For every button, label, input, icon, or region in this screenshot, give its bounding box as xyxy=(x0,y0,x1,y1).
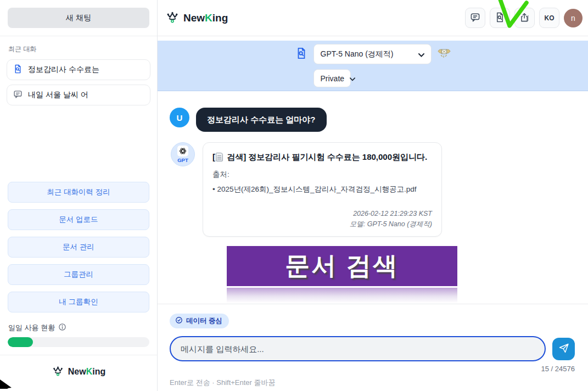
chat-bubble-icon xyxy=(470,12,480,24)
brand-logo: NewKing xyxy=(165,10,228,26)
language-toggle-button[interactable]: KO xyxy=(539,8,559,28)
document-search-icon xyxy=(495,12,505,24)
organize-history-button[interactable]: 최근 대화이력 정리 xyxy=(8,182,149,203)
assistant-answer: [ 검색] 정보감리사 필기시험 수수료는 180,000원입니다. xyxy=(212,151,432,163)
model-select[interactable]: GPT-5 Nano (경제적) xyxy=(313,44,432,64)
check-circle-icon xyxy=(175,316,183,326)
model-row: GPT-5 Nano (경제적) xyxy=(295,44,451,64)
source-label: 출처: xyxy=(212,170,432,180)
message-timestamp: 2026-02-12 21:29:23 KST xyxy=(212,209,432,219)
share-upload-icon xyxy=(519,12,530,24)
banner-title: 문서 검색 xyxy=(227,246,457,286)
privacy-select[interactable]: Private xyxy=(313,69,351,87)
my-groups-button[interactable]: 내 그룹확인 xyxy=(8,292,149,312)
chevron-down-icon xyxy=(418,50,424,59)
message-input-row xyxy=(170,336,575,361)
page-document-icon xyxy=(216,153,223,161)
user-message-row: U 정보감리사 수수료는 얼마야? xyxy=(170,108,588,132)
model-select-value: GPT-5 Nano (경제적) xyxy=(321,49,394,59)
recent-conversations-label: 최근 대화 xyxy=(8,44,149,54)
model-selector-bar: GPT-5 Nano (경제적) Private xyxy=(158,41,588,91)
main-area: NewKing KO n xyxy=(158,0,588,391)
chevron-down-icon xyxy=(350,74,355,83)
usage-progress-bar xyxy=(8,337,149,347)
composer: 데이터 중심 15 / 24576 Enter로 전송 · Shift+Ente… xyxy=(158,304,588,391)
crown-icon xyxy=(165,10,180,26)
header: NewKing KO n xyxy=(158,0,588,36)
daily-usage-label: 일일 사용 현황 xyxy=(8,323,55,333)
character-counter: 15 / 24576 xyxy=(170,365,575,373)
mode-badge-label: 데이터 중심 xyxy=(186,316,222,326)
message-model: 모델: GPT-5 Nano (경제적) xyxy=(212,219,432,230)
document-search-banner-image: 문서 검색 xyxy=(227,246,457,303)
sidebar-footer: NewKing xyxy=(0,355,157,391)
user-message-avatar: U xyxy=(170,108,189,127)
chat-bubble-icon xyxy=(13,90,23,100)
conversation-item[interactable]: 내일 서울 날씨 어 xyxy=(7,85,150,105)
assistant-message-row: GPT [ 검색] 정보감리사 필기시험 수수료는 180,000원입니다. 출… xyxy=(171,142,588,237)
manage-groups-button[interactable]: 그룹관리 xyxy=(8,264,149,285)
openai-logo-icon xyxy=(177,146,188,157)
assistant-avatar: GPT xyxy=(171,142,195,166)
assistant-avatar-label: GPT xyxy=(177,157,188,163)
sidebar-spacer xyxy=(0,108,157,178)
sidebar: 새 채팅 최근 대화 정보감리사 수수료는 내일 서울 날씨 어 최근 대화이력… xyxy=(0,0,158,391)
composer-hint: Enter로 전송 · Shift+Enter 줄바꿈 xyxy=(170,378,575,388)
document-search-icon xyxy=(295,47,307,62)
usage-progress-fill xyxy=(8,337,33,347)
chat-history-button[interactable] xyxy=(465,8,485,28)
brand-logo: NewKing xyxy=(52,365,105,379)
document-search-icon xyxy=(13,64,23,75)
document-search-button[interactable] xyxy=(490,8,510,28)
mode-badge: 데이터 중심 xyxy=(170,314,229,328)
brand-text: NewKing xyxy=(183,12,228,24)
chat-messages-area: U 정보감리사 수수료는 얼마야? GPT [ 검색] 정보감리사 필기시험 수… xyxy=(158,91,588,304)
conversation-title: 정보감리사 수수료는 xyxy=(28,65,99,75)
message-meta: 2026-02-12 21:29:23 KST 모델: GPT-5 Nano (… xyxy=(212,209,432,230)
header-actions: KO n xyxy=(465,8,583,28)
conversation-item[interactable]: 정보감리사 수수료는 xyxy=(7,59,150,80)
money-with-wings-icon xyxy=(438,48,451,61)
user-message-bubble: 정보감리사 수수료는 얼마야? xyxy=(196,108,327,132)
privacy-select-value: Private xyxy=(321,74,345,83)
paper-plane-icon xyxy=(558,343,569,355)
send-button[interactable] xyxy=(552,338,575,360)
mouse-cursor xyxy=(0,379,13,391)
message-input[interactable] xyxy=(170,336,546,361)
conversation-title: 내일 서울 날씨 어 xyxy=(28,90,88,100)
model-selector-group: GPT-5 Nano (경제적) Private xyxy=(295,44,451,87)
info-icon[interactable] xyxy=(58,323,66,333)
source-item: • 2025년(제26회)_정보시스템_감리사_자격검정_시행공고.pdf xyxy=(212,185,432,194)
new-chat-button[interactable]: 새 채팅 xyxy=(8,8,149,28)
crown-icon xyxy=(52,365,64,379)
banner-reflection xyxy=(227,286,457,303)
upload-document-button[interactable]: 문서 업로드 xyxy=(8,209,149,230)
sidebar-top: 새 채팅 xyxy=(0,0,157,36)
manage-documents-button[interactable]: 문서 관리 xyxy=(8,237,149,258)
assistant-message-card: [ 검색] 정보감리사 필기시험 수수료는 180,000원입니다. 출처: •… xyxy=(203,142,442,237)
daily-usage-row: 일일 사용 현황 xyxy=(8,323,149,333)
share-upload-button[interactable] xyxy=(514,8,535,28)
brand-text: NewKing xyxy=(68,367,105,377)
user-avatar[interactable]: n xyxy=(564,9,583,27)
